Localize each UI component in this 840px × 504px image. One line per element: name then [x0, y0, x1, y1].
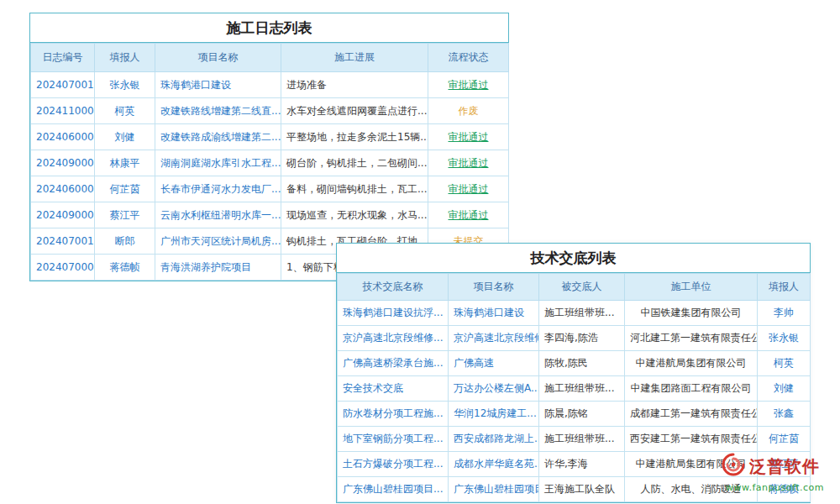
project-name-cell[interactable]: 珠海鹤港口建设 [155, 72, 281, 98]
brand-name: 泛普软件 [749, 455, 820, 478]
filler-cell[interactable]: 何芷茵 [758, 427, 811, 452]
technical-disclosure-row[interactable]: 地下室钢筋分项工程...西安成都路龙湖上...施工班组带班...西安建工第一建筑… [338, 427, 811, 452]
construction-log-header-row: 日志编号 填报人 项目名称 施工进展 流程状态 [31, 44, 509, 72]
filler-cell[interactable]: 刘健 [95, 124, 155, 150]
technical-disclosure-row[interactable]: 广佛高速桥梁承台施...广佛高速陈牧,陈民中建港航局集团有限公司柯英 [338, 351, 811, 376]
filler-cell[interactable]: 何芷茵 [95, 176, 155, 202]
construction-log-row[interactable]: 2024090009蔡江平云南水利枢纽潜明水库一...现场巡查，无积水现象，水马… [31, 202, 509, 228]
project-name-cell[interactable]: 改建铁路成渝线增建第二... [155, 124, 281, 150]
filler-cell[interactable]: 蒋德帧 [95, 255, 155, 281]
log-id-cell[interactable]: 2024110002 [31, 98, 95, 124]
disclosure-name-cell[interactable]: 地下室钢筋分项工程... [338, 427, 449, 452]
status-badge[interactable]: 审批通过 [428, 124, 509, 150]
log-id-cell[interactable]: 2024060005 [31, 176, 95, 202]
construction-log-row[interactable]: 2024060006刘健改建铁路成渝线增建第二...平整场地，拉走多余泥土15辆… [31, 124, 509, 150]
disclosed-person-cell: 施工班组带班... [539, 301, 625, 326]
status-badge[interactable]: 审批通过 [428, 72, 509, 98]
construction-log-row[interactable]: 2024110002柯英改建铁路线增建第二线直...水车对全线遮阳网覆盖点进行.… [31, 98, 509, 124]
project-name-cell[interactable]: 长春市伊通河水力发电厂... [155, 176, 281, 202]
status-badge[interactable]: 作废 [428, 98, 509, 124]
fanpu-swirl-logo-icon [721, 452, 746, 480]
progress-cell: 备料，砌间墙钩机排土，瓦工... [281, 176, 428, 202]
progress-cell: 平整场地，拉走多余泥土15辆... [281, 124, 428, 150]
fanpu-watermark: 泛普软件 www.fanpusoft.com [721, 452, 834, 493]
project-name-cell[interactable]: 改建铁路线增建第二线直... [155, 98, 281, 124]
column-header-construction-unit: 施工单位 [625, 274, 758, 301]
column-header-status: 流程状态 [428, 44, 509, 72]
disclosed-person-cell: 施工班组带班... [539, 376, 625, 402]
column-header-disclosed-person: 被交底人 [539, 274, 625, 301]
project-name-cell[interactable]: 广佛高速 [449, 351, 539, 376]
status-badge[interactable]: 审批通过 [428, 176, 509, 202]
technical-disclosure-row[interactable]: 安全技术交底万达办公楼左侧A...施工班组带班...中建集团路面工程有限公司刘健 [338, 376, 811, 402]
progress-cell: 砌台阶，钩机排土，二包砌间... [281, 150, 428, 176]
log-id-cell[interactable]: 2024060006 [31, 124, 95, 150]
project-name-cell[interactable]: 广州市天河区统计局机房... [155, 228, 281, 255]
filler-cell[interactable]: 张鑫 [758, 402, 811, 427]
disclosed-person-cell: 李四海,陈浩 [539, 326, 625, 351]
project-name-cell[interactable]: 广东佛山碧桂园项目 [449, 477, 539, 502]
progress-cell: 水车对全线遮阳网覆盖点进行... [281, 98, 428, 124]
project-name-cell[interactable]: 珠海鹤港口建设 [449, 301, 539, 326]
project-name-cell[interactable]: 万达办公楼左侧A... [449, 376, 539, 402]
filler-cell[interactable]: 张永银 [95, 72, 155, 98]
project-name-cell[interactable]: 京沪高速北京段维修 [449, 326, 539, 351]
construction-unit-cell: 西安建工第一建筑有限责任公司 [625, 427, 758, 452]
filler-cell[interactable]: 林康平 [95, 150, 155, 176]
screen: 施工日志列表 日志编号 填报人 项目名称 施工进展 流程状态 202407001… [0, 0, 840, 504]
project-name-cell[interactable]: 云南水利枢纽潜明水库一... [155, 202, 281, 228]
construction-unit-cell: 中国铁建集团有限公司 [625, 301, 758, 326]
disclosed-person-cell: 许华,李海 [539, 452, 625, 477]
disclosure-name-cell[interactable]: 土石方爆破分项工程... [338, 452, 449, 477]
construction-log-title: 施工日志列表 [30, 13, 508, 43]
technical-disclosure-row[interactable]: 京沪高速北京段维修...京沪高速北京段维修李四海,陈浩河北建工第一建筑有限责任公… [338, 326, 811, 351]
filler-cell[interactable]: 刘健 [758, 376, 811, 402]
log-id-cell[interactable]: 2024090009 [31, 150, 95, 176]
status-badge[interactable]: 审批通过 [428, 202, 509, 228]
disclosure-name-cell[interactable]: 京沪高速北京段维修... [338, 326, 449, 351]
project-name-cell[interactable]: 青海洪湖养护院项目 [155, 255, 281, 281]
construction-log-panel: 施工日志列表 日志编号 填报人 项目名称 施工进展 流程状态 202407001… [29, 13, 509, 281]
filler-cell[interactable]: 柯英 [758, 351, 811, 376]
log-id-cell[interactable]: 2024070011 [31, 72, 95, 98]
disclosure-name-cell[interactable]: 珠海鹤港口建设抗浮... [338, 301, 449, 326]
project-name-cell[interactable]: 湖南洞庭湖水库引水工程... [155, 150, 281, 176]
filler-cell[interactable]: 李帅 [758, 301, 811, 326]
construction-log-row[interactable]: 2024070011张永银珠海鹤港口建设进场准备审批通过 [31, 72, 509, 98]
project-name-cell[interactable]: 成都水岸华庭名苑... [449, 452, 539, 477]
status-badge[interactable]: 审批通过 [428, 150, 509, 176]
disclosed-person-cell: 陈晨,陈铭 [539, 402, 625, 427]
log-id-cell[interactable]: 2024090009 [31, 202, 95, 228]
technical-disclosure-row[interactable]: 珠海鹤港口建设抗浮...珠海鹤港口建设施工班组带班...中国铁建集团有限公司李帅 [338, 301, 811, 326]
progress-cell: 现场巡查，无积水现象，水马... [281, 202, 428, 228]
log-id-cell[interactable]: 2024070009 [31, 255, 95, 281]
project-name-cell[interactable]: 西安成都路龙湖上... [449, 427, 539, 452]
column-header-filler: 填报人 [95, 44, 155, 72]
project-name-cell[interactable]: 华润12城房建工... [449, 402, 539, 427]
disclosed-person-cell: 陈牧,陈民 [539, 351, 625, 376]
technical-disclosure-header-row: 技术交底名称 项目名称 被交底人 施工单位 填报人 [338, 274, 811, 301]
disclosure-name-cell[interactable]: 广东佛山碧桂园项目... [338, 477, 449, 502]
construction-log-row[interactable]: 2024060005何芷茵长春市伊通河水力发电厂...备料，砌间墙钩机排土，瓦工… [31, 176, 509, 202]
filler-cell[interactable]: 张永银 [758, 326, 811, 351]
disclosed-person-cell: 王海施工队全队 [539, 477, 625, 502]
disclosed-person-cell: 施工班组带班... [539, 427, 625, 452]
technical-disclosure-title: 技术交底列表 [337, 244, 810, 273]
technical-disclosure-row[interactable]: 防水卷材分项工程施...华润12城房建工...陈晨,陈铭成都建工第一建筑有限责任… [338, 402, 811, 427]
construction-unit-cell: 河北建工第一建筑有限责任公司 [625, 326, 758, 351]
disclosure-name-cell[interactable]: 安全技术交底 [338, 376, 449, 402]
column-header-project-name: 项目名称 [449, 274, 539, 301]
filler-cell[interactable]: 断郎 [95, 228, 155, 255]
construction-unit-cell: 中建港航局集团有限公司 [625, 351, 758, 376]
disclosure-name-cell[interactable]: 广佛高速桥梁承台施... [338, 351, 449, 376]
filler-cell[interactable]: 柯英 [95, 98, 155, 124]
column-header-filler: 填报人 [758, 274, 811, 301]
disclosure-name-cell[interactable]: 防水卷材分项工程施... [338, 402, 449, 427]
column-header-project-name: 项目名称 [155, 44, 281, 72]
progress-cell: 进场准备 [281, 72, 428, 98]
log-id-cell[interactable]: 2024070011 [31, 228, 95, 255]
column-header-disclosure-name: 技术交底名称 [338, 274, 449, 301]
construction-log-row[interactable]: 2024090009林康平湖南洞庭湖水库引水工程...砌台阶，钩机排土，二包砌间… [31, 150, 509, 176]
column-header-progress: 施工进展 [281, 44, 428, 72]
filler-cell[interactable]: 蔡江平 [95, 202, 155, 228]
